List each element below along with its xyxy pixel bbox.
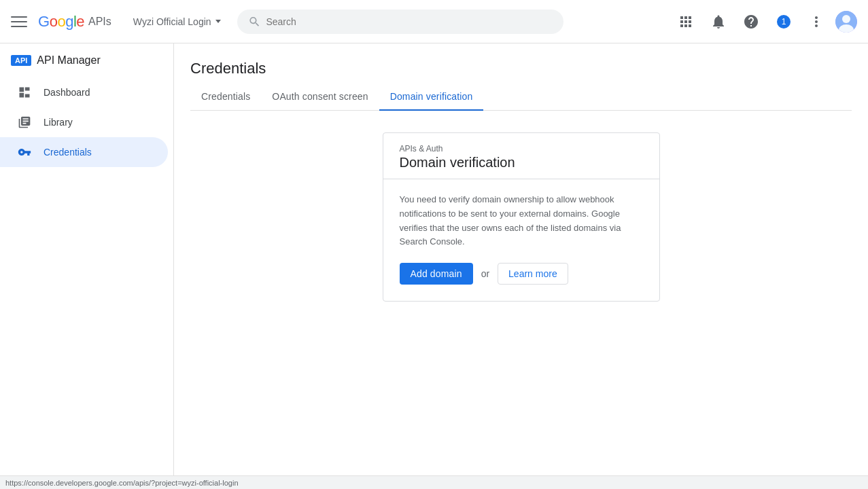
sidebar-label-dashboard: Dashboard (44, 87, 90, 98)
page-title: Credentials (190, 43, 852, 83)
or-text: or (481, 268, 489, 279)
chevron-down-icon (215, 20, 221, 23)
help-icon-button[interactable] (737, 8, 765, 35)
status-bar: https://console.developers.google.com/ap… (0, 475, 868, 489)
avatar-image (835, 11, 857, 33)
card-subtitle: APIs & Auth (400, 144, 643, 153)
card-title: Domain verification (400, 155, 643, 170)
sidebar-label-credentials: Credentials (44, 147, 92, 158)
apis-text: APIs (88, 16, 111, 28)
tabs-bar: Credentials OAuth consent screen Domain … (190, 83, 852, 111)
card-header: APIs & Auth Domain verification (383, 133, 659, 179)
learn-more-button[interactable]: Learn more (498, 263, 568, 285)
tab-credentials[interactable]: Credentials (190, 83, 261, 110)
google-logo: Google (38, 13, 84, 31)
alert-icon-button[interactable] (705, 8, 732, 35)
add-domain-button[interactable]: Add domain (400, 263, 473, 285)
search-bar (237, 10, 563, 34)
notification-icon-button[interactable]: 1 (770, 8, 797, 35)
card-actions: Add domain or Learn more (400, 263, 643, 285)
header-left: Google APIs Wyzi Official Login (11, 10, 672, 34)
search-input[interactable] (266, 16, 552, 27)
help-icon (743, 14, 759, 30)
apps-grid-icon (678, 14, 694, 30)
alert-icon (710, 14, 727, 30)
library-icon (16, 115, 33, 129)
sidebar: API API Manager Dashboard Library (0, 43, 174, 489)
dashboard-icon (16, 86, 33, 99)
sidebar-title: API Manager (37, 54, 100, 67)
card-body: You need to verify domain ownership to a… (383, 179, 659, 301)
logo-area: Google APIs (38, 13, 111, 31)
api-badge: API (11, 55, 31, 66)
app-header: Google APIs Wyzi Official Login (0, 0, 868, 43)
avatar-svg (835, 11, 857, 33)
sidebar-item-credentials[interactable]: Credentials (0, 137, 168, 167)
credentials-icon (16, 145, 33, 159)
sidebar-item-library[interactable]: Library (0, 107, 168, 137)
tab-oauth[interactable]: OAuth consent screen (261, 83, 379, 110)
domain-verification-card: APIs & Auth Domain verification You need… (383, 132, 660, 302)
avatar[interactable] (835, 11, 857, 33)
search-icon (248, 15, 261, 29)
app-body: API API Manager Dashboard Library (0, 43, 868, 489)
header-right: 1 (672, 8, 857, 35)
menu-icon[interactable] (11, 14, 27, 30)
more-vert-icon (808, 14, 824, 30)
more-icon-button[interactable] (803, 8, 830, 35)
tab-domain-verification[interactable]: Domain verification (379, 83, 484, 110)
notification-icon: 1 (776, 14, 792, 30)
project-selector[interactable]: Wyzi Official Login (128, 14, 226, 30)
svg-point-3 (842, 15, 850, 23)
sidebar-item-dashboard[interactable]: Dashboard (0, 77, 168, 107)
project-name: Wyzi Official Login (133, 16, 211, 27)
svg-text:1: 1 (782, 17, 786, 26)
main-content: Credentials Credentials OAuth consent sc… (174, 43, 868, 489)
sidebar-label-library: Library (44, 117, 73, 128)
status-url: https://console.developers.google.com/ap… (5, 479, 239, 487)
apps-icon-button[interactable] (672, 8, 699, 35)
card-description: You need to verify domain ownership to a… (400, 193, 643, 249)
